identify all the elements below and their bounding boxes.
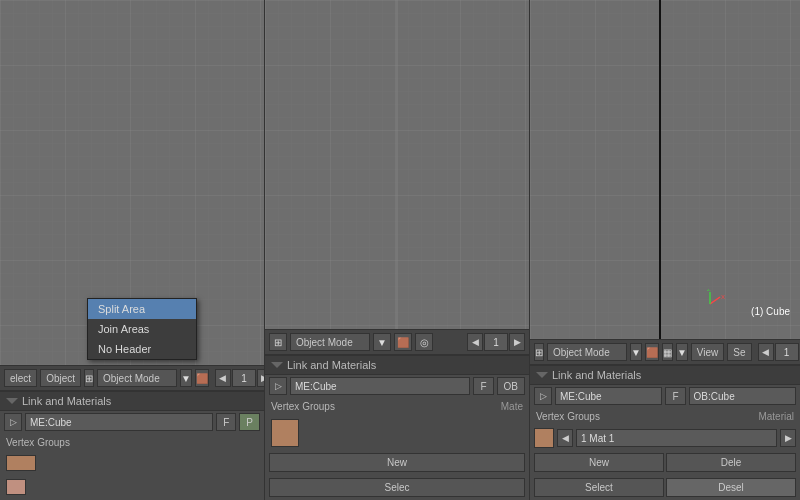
context-menu: Split Area Join Areas No Header bbox=[87, 298, 197, 360]
mat-row-3: ◀ 1 Mat 1 ▶ bbox=[530, 426, 800, 450]
extra-icon-3a[interactable]: 🟫 bbox=[645, 343, 659, 361]
mat-label-3: Material bbox=[758, 411, 794, 422]
toolbar-1: elect Object ⊞ Object Mode ▼ 🟫 ◀ 1 ▶ bbox=[0, 365, 264, 391]
main-container: elect Object ⊞ Object Mode ▼ 🟫 ◀ 1 ▶ Lin… bbox=[0, 0, 800, 500]
svg-text:Z: Z bbox=[707, 289, 711, 292]
section-title-2: Link and Materials bbox=[287, 359, 376, 371]
frame-back-1[interactable]: ◀ bbox=[215, 369, 231, 387]
extra-icon-2b[interactable]: ◎ bbox=[415, 333, 433, 351]
bottom-btns-3b: Select Desel bbox=[530, 475, 800, 500]
panel-3: X Z (1) Cube ⊞ Object Mode ▼ 🟫 ▦ ▼ View … bbox=[530, 0, 800, 500]
extra-icon-2a[interactable]: 🟫 bbox=[394, 333, 412, 351]
panel-2: ⊞ Object Mode ▼ 🟫 ◎ ◀ 1 ▶ Link and Mater… bbox=[265, 0, 530, 500]
select-btn-3[interactable]: Select bbox=[534, 478, 664, 497]
panel-1: elect Object ⊞ Object Mode ▼ 🟫 ◀ 1 ▶ Lin… bbox=[0, 0, 265, 500]
section-header-3: Link and Materials bbox=[530, 365, 800, 385]
new-btn-3[interactable]: New bbox=[534, 453, 664, 472]
section-title-3: Link and Materials bbox=[552, 369, 641, 381]
mode-icon-2[interactable]: ⊞ bbox=[269, 333, 287, 351]
viewport-2[interactable] bbox=[265, 0, 529, 329]
frame-num-2[interactable]: 1 bbox=[484, 333, 508, 351]
mesh-field-3[interactable]: ME:Cube bbox=[555, 387, 662, 405]
select-btn-2[interactable]: Selec bbox=[269, 478, 525, 497]
mode-arrow-2[interactable]: ▼ bbox=[373, 333, 391, 351]
vertex-groups-3: Vertex Groups Material bbox=[530, 407, 800, 426]
frame-num-3[interactable]: 1 bbox=[775, 343, 799, 361]
bottom-btns-3a: New Dele bbox=[530, 450, 800, 475]
mesh-f-btn-2[interactable]: F bbox=[473, 377, 493, 395]
section-header-2: Link and Materials bbox=[265, 355, 529, 375]
section-toggle-3[interactable] bbox=[536, 369, 548, 381]
se-btn-3[interactable]: Se bbox=[727, 343, 751, 361]
mode-select-3[interactable]: Object Mode bbox=[547, 343, 627, 361]
bottom-btns-2b: Selec bbox=[265, 475, 529, 500]
svg-rect-6 bbox=[530, 0, 800, 339]
properties-1: Link and Materials ▷ ME:Cube F P Vertex … bbox=[0, 391, 264, 500]
object-btn-1[interactable]: Object bbox=[40, 369, 81, 387]
context-menu-item-split[interactable]: Split Area bbox=[88, 299, 196, 319]
vertex-groups-1: Vertex Groups bbox=[0, 433, 264, 452]
frame-num-1[interactable]: 1 bbox=[232, 369, 256, 387]
extra-icon-1[interactable]: 🟫 bbox=[195, 369, 209, 387]
vertex-groups-2: Vertex Groups Mate bbox=[265, 397, 529, 416]
mat-label-2: Mate bbox=[501, 401, 523, 412]
mesh-row-2: ▷ ME:Cube F OB bbox=[265, 375, 529, 397]
deselect-btn-3[interactable]: Desel bbox=[666, 478, 796, 497]
toolbar-3: ⊞ Object Mode ▼ 🟫 ▦ ▼ View Se ◀ 1 ▶ bbox=[530, 339, 800, 365]
mat-back-3[interactable]: ◀ bbox=[557, 429, 573, 447]
mode-select-1[interactable]: Object Mode bbox=[97, 369, 177, 387]
delete-btn-3[interactable]: Dele bbox=[666, 453, 796, 472]
mesh-f-btn-3[interactable]: F bbox=[665, 387, 685, 405]
mode-arrow-1[interactable]: ▼ bbox=[180, 369, 192, 387]
view-btn-3[interactable]: View bbox=[691, 343, 725, 361]
swatch-area-1 bbox=[0, 452, 264, 476]
mesh-field-1[interactable]: ME:Cube bbox=[25, 413, 213, 431]
axes-indicator: X Z bbox=[695, 289, 725, 319]
viewport-3[interactable]: X Z (1) Cube bbox=[530, 0, 800, 339]
properties-3: Link and Materials ▷ ME:Cube F OB:Cube V… bbox=[530, 365, 800, 500]
swatch-area-2b bbox=[265, 416, 529, 450]
section-title-1: Link and Materials bbox=[22, 395, 111, 407]
ob-field-3[interactable]: OB:Cube bbox=[689, 387, 796, 405]
svg-text:X: X bbox=[721, 294, 725, 300]
mesh-field-2[interactable]: ME:Cube bbox=[290, 377, 470, 395]
cube-label: (1) Cube bbox=[751, 306, 790, 317]
properties-2: Link and Materials ▷ ME:Cube F OB Vertex… bbox=[265, 355, 529, 500]
mesh-icon-3[interactable]: ▷ bbox=[534, 387, 552, 405]
frame-fwd-1[interactable]: ▶ bbox=[257, 369, 265, 387]
mode-select-2[interactable]: Object Mode bbox=[290, 333, 370, 351]
swatch-2c bbox=[271, 419, 299, 447]
mesh-icon-2[interactable]: ▷ bbox=[269, 377, 287, 395]
mesh-row-1: ▷ ME:Cube F P bbox=[0, 411, 264, 433]
swatch-area-2 bbox=[0, 476, 264, 500]
mesh-icon-1[interactable]: ▷ bbox=[4, 413, 22, 431]
mesh-f-btn-1[interactable]: F bbox=[216, 413, 236, 431]
mat-name-3[interactable]: 1 Mat 1 bbox=[576, 429, 777, 447]
context-menu-item-noheader[interactable]: No Header bbox=[88, 339, 196, 359]
svg-line-8 bbox=[710, 297, 720, 304]
section-toggle-1[interactable] bbox=[6, 395, 18, 407]
context-menu-item-join[interactable]: Join Areas bbox=[88, 319, 196, 339]
frame-fwd-2[interactable]: ▶ bbox=[509, 333, 525, 351]
section-header-1: Link and Materials bbox=[0, 391, 264, 411]
grid-2 bbox=[265, 0, 529, 329]
mode-icon-3[interactable]: ⊞ bbox=[534, 343, 544, 361]
mode-icon-1[interactable]: ⊞ bbox=[84, 369, 94, 387]
select-btn-1[interactable]: elect bbox=[4, 369, 37, 387]
swatch-2 bbox=[6, 479, 26, 495]
toolbar-2: ⊞ Object Mode ▼ 🟫 ◎ ◀ 1 ▶ bbox=[265, 329, 529, 355]
mode-arrow-3[interactable]: ▼ bbox=[630, 343, 642, 361]
extra-icon-3c[interactable]: ▼ bbox=[676, 343, 688, 361]
new-btn-2[interactable]: New bbox=[269, 453, 525, 472]
frame-back-2[interactable]: ◀ bbox=[467, 333, 483, 351]
mesh-extra-1[interactable]: P bbox=[239, 413, 260, 431]
frame-back-3[interactable]: ◀ bbox=[758, 343, 774, 361]
mesh-ob-btn-2[interactable]: OB bbox=[497, 377, 525, 395]
mat-fwd-3[interactable]: ▶ bbox=[780, 429, 796, 447]
mat-swatch-3 bbox=[534, 428, 554, 448]
mesh-row-3: ▷ ME:Cube F OB:Cube bbox=[530, 385, 800, 407]
extra-icon-3b[interactable]: ▦ bbox=[662, 343, 673, 361]
section-toggle-2[interactable] bbox=[271, 359, 283, 371]
swatch-1 bbox=[6, 455, 36, 471]
bottom-btns-2: New bbox=[265, 450, 529, 475]
